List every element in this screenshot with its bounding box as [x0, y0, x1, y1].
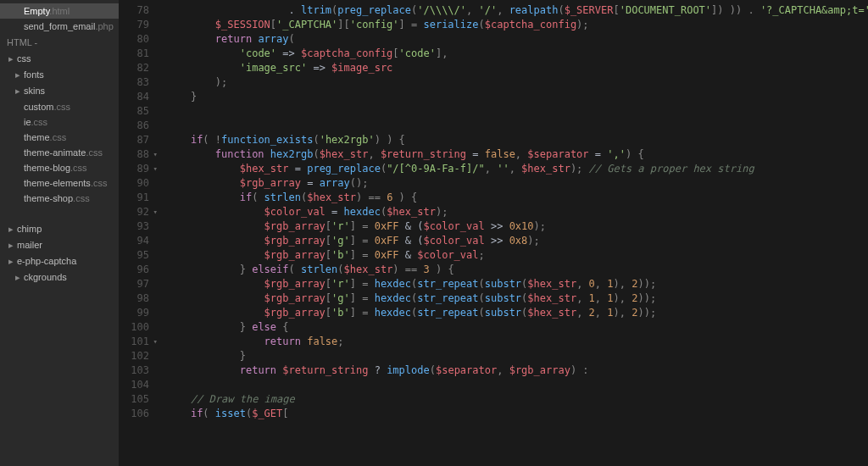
sidebar-item-label: mailer: [17, 240, 42, 250]
sidebar-folder[interactable]: ▸css: [0, 51, 119, 67]
sidebar-file[interactable]: theme-shop.css: [0, 191, 119, 206]
code-line[interactable]: $_SESSION['_CAPTCHA']['config'] = serial…: [156, 18, 868, 32]
line-number: 99: [119, 306, 156, 320]
sidebar-file[interactable]: ie.css: [0, 114, 119, 130]
token-punc: }: [191, 91, 197, 103]
code-line[interactable]: return $return_string ? implode($separat…: [156, 363, 868, 378]
code-line[interactable]: // Draw the image: [156, 392, 868, 407]
code-editor[interactable]: 7879808182838485868788▾89▾909192▾9394959…: [119, 0, 868, 466]
token-punc: ] =: [350, 292, 375, 304]
token-punc: ),: [614, 307, 632, 319]
token-str: 'r': [331, 278, 350, 290]
sidebar-item-label: custom: [24, 102, 53, 112]
token-var: $rgb_array: [264, 292, 326, 304]
code-line[interactable]: $rgb_array['r'] = hexdec(str_repeat(subs…: [156, 277, 868, 291]
sidebar-folder[interactable]: ▸mailer: [0, 237, 119, 253]
fold-marker-icon[interactable]: ▾: [153, 335, 158, 349]
sidebar-file[interactable]: theme.css: [0, 130, 119, 145]
code-line[interactable]: return array(: [156, 32, 868, 47]
sidebar-file[interactable]: [0, 206, 119, 221]
sidebar-file[interactable]: theme-animate.css: [0, 145, 119, 160]
token-kw: return: [215, 33, 252, 45]
file-tree-sidebar[interactable]: Empty.htmlsend_form_email.phpHTML -▸css▸…: [0, 0, 119, 466]
fold-marker-icon[interactable]: ▾: [153, 162, 158, 176]
code-line[interactable]: . ltrim(preg_replace('/\\\\/', '/', real…: [156, 3, 868, 18]
code-line[interactable]: } elseif( strlen($hex_str) == 3 ) {: [156, 263, 868, 277]
sidebar-section-heading: HTML -: [0, 34, 119, 51]
token-num: 0xFF: [375, 249, 399, 261]
code-line[interactable]: }: [156, 349, 868, 363]
code-line[interactable]: $color_val = hexdec($hex_str);: [156, 205, 868, 219]
token-str: 'b': [331, 249, 350, 261]
code-line[interactable]: $rgb_array['g'] = 0xFF & ($color_val >> …: [156, 234, 868, 248]
code-line[interactable]: 'image_src' => $image_src: [156, 61, 868, 75]
token-punc: ,: [485, 163, 497, 175]
sidebar-item-extension: .css: [73, 193, 90, 203]
code-line[interactable]: 'code' => $captcha_config['code'],: [156, 47, 868, 61]
token-str: 'g': [331, 292, 350, 304]
fold-marker-icon[interactable]: ▾: [153, 205, 158, 219]
sidebar-folder[interactable]: ▸chimp: [0, 221, 119, 237]
sidebar-file[interactable]: theme-blog.css: [0, 160, 119, 175]
code-line[interactable]: );: [156, 75, 868, 90]
code-line[interactable]: $hex_str = preg_replace("/[^0-9A-Fa-f]/"…: [156, 162, 868, 176]
token-var: $hex_str: [527, 292, 576, 304]
code-line[interactable]: if( strlen($hex_str) == 6 ) {: [156, 191, 868, 205]
sidebar-folder[interactable]: ▸ckgrounds: [0, 269, 119, 286]
code-line[interactable]: $rgb_array['g'] = hexdec(str_repeat(subs…: [156, 291, 868, 306]
token-punc: [: [326, 278, 331, 290]
code-line[interactable]: if( isset($_GET[: [156, 407, 868, 421]
token-var: $_SESSION: [215, 19, 270, 31]
line-number: 95: [119, 248, 156, 263]
sidebar-item-label: theme-shop: [24, 193, 73, 203]
sidebar-folder[interactable]: ▸e-php-captcha: [0, 253, 119, 269]
sidebar-folder[interactable]: ▸fonts: [0, 67, 119, 83]
code-line[interactable]: [156, 119, 868, 133]
token-var: $hex_str: [320, 148, 369, 160]
code-line[interactable]: [156, 104, 868, 119]
sidebar-file[interactable]: custom.css: [0, 99, 119, 114]
token-punc: ] =: [350, 220, 375, 232]
code-line[interactable]: function hex2rgb($hex_str, $return_strin…: [156, 147, 868, 162]
token-str: "/[^0-9A-Fa-f]/": [387, 163, 485, 175]
token-fn: substr: [485, 292, 521, 304]
sidebar-item-label: send_form_email: [24, 21, 95, 31]
token-str: 'code': [399, 47, 436, 59]
code-line[interactable]: } else {: [156, 320, 868, 335]
token-str: 'config': [350, 19, 399, 31]
sidebar-item-extension: .css: [50, 132, 67, 142]
token-var: $rgb_array: [240, 177, 301, 189]
token-var: $_SERVER: [565, 4, 614, 16]
code-line[interactable]: $rgb_array = array();: [156, 176, 868, 191]
token-punc: (: [479, 307, 485, 319]
code-line[interactable]: [156, 378, 868, 392]
token-punc: ();: [350, 177, 369, 189]
token-punc: ) {: [392, 191, 417, 203]
token-op: =: [301, 177, 320, 189]
code-line[interactable]: if( !function_exists('hex2rgb') ) {: [156, 133, 868, 147]
code-area[interactable]: . ltrim(preg_replace('/\\\\/', '/', real…: [156, 0, 868, 466]
token-num: false: [485, 148, 515, 160]
token-fn: serialize: [423, 19, 478, 31]
code-line[interactable]: $rgb_array['b'] = hexdec(str_repeat(subs…: [156, 306, 868, 320]
token-fn: realpath: [509, 4, 559, 16]
token-num: 1: [607, 307, 613, 319]
sidebar-folder[interactable]: ▸skins: [0, 83, 119, 99]
token-str: ',': [607, 148, 626, 160]
code-line[interactable]: $rgb_array['b'] = 0xFF & $color_val;: [156, 248, 868, 263]
token-num: 0x10: [509, 220, 534, 232]
code-line[interactable]: }: [156, 90, 868, 104]
code-line[interactable]: $rgb_array['r'] = 0xFF & ($color_val >> …: [156, 219, 868, 234]
line-number: 106: [119, 407, 156, 421]
fold-marker-icon[interactable]: ▾: [153, 147, 158, 162]
token-var: $separator: [436, 364, 497, 376]
code-line[interactable]: return false;: [156, 335, 868, 349]
token-punc: (: [313, 148, 319, 160]
token-punc: (: [479, 278, 485, 290]
sidebar-file[interactable]: Empty.html: [0, 3, 119, 19]
token-var: $image_src: [331, 62, 392, 74]
sidebar-file[interactable]: send_form_email.php: [0, 19, 119, 34]
token-op: [264, 148, 270, 160]
sidebar-file[interactable]: theme-elements.css: [0, 175, 119, 191]
token-var: $color_val: [417, 249, 478, 261]
